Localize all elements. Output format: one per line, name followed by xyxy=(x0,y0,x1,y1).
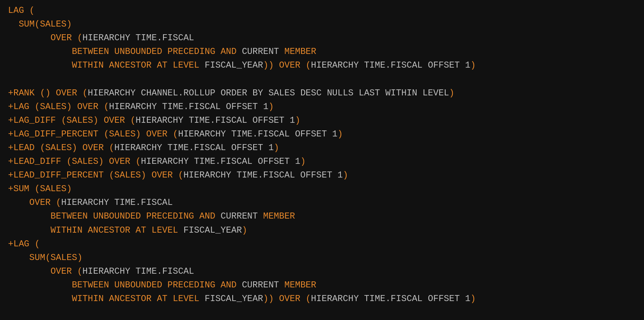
code-line: WITHIN ANCESTOR AT LEVEL FISCAL_YEAR)) O… xyxy=(8,292,636,306)
empty-line xyxy=(8,72,636,86)
code-line: +LAG (SALES) OVER (HIERARCHY TIME.FISCAL… xyxy=(8,100,636,114)
keyword-token: +RANK () OVER ( xyxy=(8,88,88,98)
code-line: SUM(SALES) xyxy=(8,251,636,265)
identifier-token: HIERARCHY TIME.FISCAL OFFSET 1 xyxy=(311,294,471,304)
keyword-token: )) OVER ( xyxy=(263,294,311,304)
keyword-token: MEMBER xyxy=(279,280,316,290)
identifier-token: HIERARCHY TIME.FISCAL OFFSET 1 xyxy=(109,102,268,112)
keyword-token: +LEAD_DIFF (SALES) OVER ( xyxy=(8,157,141,167)
code-line: +LEAD_DIFF (SALES) OVER (HIERARCHY TIME.… xyxy=(8,155,636,169)
keyword-token: SUM(SALES) xyxy=(8,19,72,29)
code-line: +LAG ( xyxy=(8,237,636,251)
keyword-token: ) xyxy=(268,102,274,112)
identifier-token: HIERARCHY TIME.FISCAL xyxy=(83,266,194,277)
identifier-token: HIERARCHY TIME.FISCAL OFFSET 1 xyxy=(114,143,274,153)
keyword-token: WITHIN ANCESTOR AT LEVEL xyxy=(8,294,204,304)
keyword-token: WITHIN ANCESTOR AT LEVEL xyxy=(8,60,204,70)
code-editor: LAG ( SUM(SALES) OVER (HIERARCHY TIME.FI… xyxy=(0,0,644,320)
identifier-token: FISCAL_YEAR xyxy=(184,225,242,235)
keyword-token: +LEAD (SALES) OVER ( xyxy=(8,143,114,153)
keyword-token: BETWEEN UNBOUNDED PRECEDING AND xyxy=(8,211,221,221)
keyword-token: ) xyxy=(449,88,454,98)
identifier-token: HIERARCHY TIME.FISCAL xyxy=(83,33,194,43)
keyword-token: MEMBER xyxy=(279,47,316,57)
keyword-token: BETWEEN UNBOUNDED PRECEDING AND xyxy=(8,280,242,290)
code-line: +LAG_DIFF (SALES) OVER (HIERARCHY TIME.F… xyxy=(8,114,636,128)
identifier-token: HIERARCHY CHANNEL.ROLLUP ORDER BY SALES … xyxy=(88,88,449,98)
keyword-token: ) xyxy=(274,143,279,153)
keyword-token: ) xyxy=(471,60,476,70)
keyword-token: ) xyxy=(338,129,343,139)
code-line: BETWEEN UNBOUNDED PRECEDING AND CURRENT … xyxy=(8,210,636,223)
keyword-token: +LAG (SALES) OVER ( xyxy=(8,102,109,112)
keyword-token: LAG ( xyxy=(8,6,35,16)
identifier-token: HIERARCHY TIME.FISCAL OFFSET 1 xyxy=(136,116,295,126)
code-line: LAG ( xyxy=(8,4,636,18)
keyword-token: MEMBER xyxy=(258,211,295,221)
identifier-token: CURRENT xyxy=(242,280,279,290)
code-line: BETWEEN UNBOUNDED PRECEDING AND CURRENT … xyxy=(8,279,636,292)
identifier-token: HIERARCHY TIME.FISCAL OFFSET 1 xyxy=(141,157,300,167)
keyword-token: +LAG_DIFF_PERCENT (SALES) OVER ( xyxy=(8,129,178,139)
code-line: +LEAD (SALES) OVER (HIERARCHY TIME.FISCA… xyxy=(8,141,636,155)
keyword-token: +LAG ( xyxy=(8,239,40,249)
code-line: OVER (HIERARCHY TIME.FISCAL xyxy=(8,196,636,210)
identifier-token: HIERARCHY TIME.FISCAL OFFSET 1 xyxy=(184,170,343,180)
keyword-token: ) xyxy=(242,225,247,235)
keyword-token: +LEAD_DIFF_PERCENT (SALES) OVER ( xyxy=(8,170,184,180)
code-line: +RANK () OVER (HIERARCHY CHANNEL.ROLLUP … xyxy=(8,87,636,100)
keyword-token: BETWEEN UNBOUNDED PRECEDING AND xyxy=(8,47,242,57)
keyword-token: SUM(SALES) xyxy=(8,253,83,263)
keyword-token: ) xyxy=(300,157,305,167)
identifier-token: FISCAL_YEAR xyxy=(204,294,263,304)
code-line: BETWEEN UNBOUNDED PRECEDING AND CURRENT … xyxy=(8,45,636,59)
keyword-token: WITHIN ANCESTOR AT LEVEL xyxy=(8,225,184,235)
code-line: WITHIN ANCESTOR AT LEVEL FISCAL_YEAR)) O… xyxy=(8,59,636,72)
identifier-token: HIERARCHY TIME.FISCAL OFFSET 1 xyxy=(311,60,471,70)
keyword-token: ) xyxy=(343,170,348,180)
code-line: OVER (HIERARCHY TIME.FISCAL xyxy=(8,265,636,279)
code-line: +SUM (SALES) xyxy=(8,182,636,196)
code-line: +LAG_DIFF_PERCENT (SALES) OVER (HIERARCH… xyxy=(8,128,636,141)
keyword-token: ) xyxy=(295,116,300,126)
keyword-token: OVER ( xyxy=(8,198,61,208)
code-line: WITHIN ANCESTOR AT LEVEL FISCAL_YEAR) xyxy=(8,224,636,237)
keyword-token: ) xyxy=(471,294,476,304)
keyword-token: +SUM (SALES) xyxy=(8,184,72,194)
keyword-token: )) OVER ( xyxy=(263,60,311,70)
code-line: +LEAD_DIFF_PERCENT (SALES) OVER (HIERARC… xyxy=(8,169,636,182)
identifier-token: CURRENT xyxy=(221,211,258,221)
identifier-token: FISCAL_YEAR xyxy=(204,60,263,70)
code-line: OVER (HIERARCHY TIME.FISCAL xyxy=(8,31,636,45)
keyword-token: OVER ( xyxy=(8,33,83,43)
keyword-token: +LAG_DIFF (SALES) OVER ( xyxy=(8,116,136,126)
identifier-token: CURRENT xyxy=(242,47,279,57)
identifier-token: HIERARCHY TIME.FISCAL xyxy=(61,198,173,208)
identifier-token: HIERARCHY TIME.FISCAL OFFSET 1 xyxy=(178,129,337,139)
keyword-token: OVER ( xyxy=(8,266,83,277)
code-line: SUM(SALES) xyxy=(8,18,636,31)
